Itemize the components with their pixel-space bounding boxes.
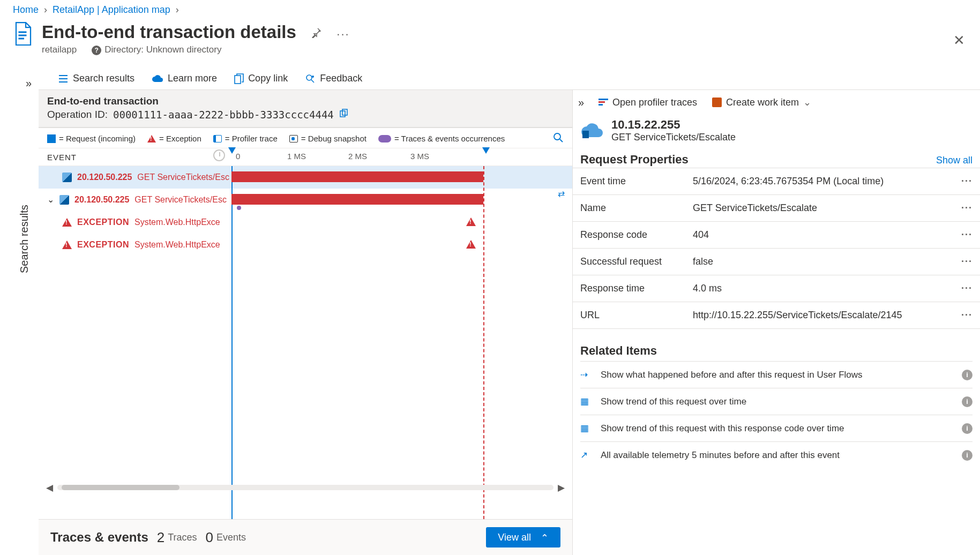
search-results-button[interactable]: Search results <box>58 73 134 84</box>
resource-name: retailapp <box>42 44 77 55</box>
server-icon <box>59 195 69 205</box>
chevron-right-icon: › <box>44 4 47 16</box>
feedback-icon <box>305 73 316 84</box>
close-icon[interactable]: ✕ <box>953 32 965 49</box>
open-profiler-button[interactable]: Open profiler traces <box>599 97 697 108</box>
request-bar <box>231 194 483 205</box>
properties-panel: » Open profiler traces Create work item⌄… <box>573 90 980 555</box>
timeline-title: End-to-end transaction <box>47 95 564 107</box>
svg-rect-9 <box>582 131 589 138</box>
svg-rect-0 <box>19 32 27 33</box>
related-items-list: ⇢Show what happened before and after thi… <box>573 359 980 470</box>
related-item[interactable]: ↗All available telemetry 5 minutes befor… <box>580 441 972 468</box>
learn-more-button[interactable]: Learn more <box>152 73 217 84</box>
horizontal-scrollbar[interactable]: ◀ ▶ <box>46 482 565 493</box>
property-row: Response code404··· <box>573 221 980 248</box>
chart-icon: ▦ <box>580 423 591 434</box>
related-item[interactable]: ▦Show trend of this request with this re… <box>580 415 972 441</box>
scroll-right-icon[interactable]: ▶ <box>558 482 565 493</box>
cloud-server-icon <box>580 121 604 140</box>
flow-icon[interactable]: ⇄ <box>558 189 565 199</box>
timeline-rows: 20.120.50.225GET ServiceTickets/Esc ⌄20.… <box>39 166 572 519</box>
profiler-icon <box>599 99 608 106</box>
row-menu-icon[interactable]: ··· <box>961 202 972 214</box>
legend: = Request (incoming) = Exception = Profi… <box>39 128 572 148</box>
property-row: URLhttp://10.15.22.255/ServiceTickets/Es… <box>573 302 980 328</box>
target-ip: 10.15.22.255 <box>611 118 736 132</box>
event-column-header: EVENT <box>47 153 231 162</box>
page-header: End-to-end transaction details ··· retai… <box>0 18 980 62</box>
property-row: NameGET ServiceTickets/Escalate··· <box>573 194 980 221</box>
request-legend-icon <box>47 134 56 143</box>
svg-point-8 <box>554 133 560 140</box>
scroll-thumb[interactable] <box>62 485 179 490</box>
document-icon <box>13 22 34 47</box>
info-icon[interactable]: i <box>962 370 972 380</box>
flow-icon: ⇢ <box>580 369 591 380</box>
timeline-row-exception[interactable]: EXCEPTIONSystem.Web.HttpExce <box>39 234 572 256</box>
search-icon[interactable] <box>553 132 564 145</box>
view-all-button[interactable]: View all⌄ <box>486 527 560 548</box>
row-menu-icon[interactable]: ··· <box>961 176 972 187</box>
request-properties-title: Request Properties <box>580 153 689 167</box>
property-row: Successful requestfalse··· <box>573 248 980 275</box>
property-row: Event time5/16/2024, 6:23:45.7675354 PM … <box>573 168 980 194</box>
copy-link-button[interactable]: Copy link <box>234 73 288 84</box>
target-op: GET ServiceTickets/Escalate <box>611 132 736 143</box>
breadcrumb: Home › RetailApp | Application map › <box>0 0 980 18</box>
create-work-item-button[interactable]: Create work item⌄ <box>712 96 811 108</box>
toolbar: Search results Learn more Copy link Feed… <box>39 71 980 89</box>
exception-marker <box>466 240 476 249</box>
expand-icon: ↗ <box>580 449 591 461</box>
info-icon[interactable]: i <box>962 396 972 407</box>
info-icon: ? <box>92 46 101 55</box>
chevron-down-icon[interactable]: ⌄ <box>47 194 54 205</box>
related-item[interactable]: ▦Show trend of this request over timei <box>580 388 972 415</box>
traces-count: 2 <box>157 529 164 546</box>
exception-marker <box>466 218 476 226</box>
row-menu-icon[interactable]: ··· <box>961 310 972 321</box>
scroll-left-icon[interactable]: ◀ <box>46 482 53 493</box>
range-end-handle[interactable] <box>482 147 490 154</box>
events-count: 0 <box>206 529 213 546</box>
info-icon[interactable]: i <box>962 423 972 434</box>
timeline-row-exception[interactable]: EXCEPTIONSystem.Web.HttpExce <box>39 211 572 234</box>
pin-icon[interactable] <box>311 30 324 40</box>
show-all-link[interactable]: Show all <box>936 155 972 166</box>
rail-label: Search results <box>18 205 31 273</box>
timeline-axis: EVENT 0 1 MS 2 MS 3 MS <box>39 148 572 166</box>
svg-point-5 <box>312 76 314 78</box>
copy-id-icon[interactable] <box>339 108 349 121</box>
cloud-icon <box>152 74 163 83</box>
list-icon <box>58 74 69 84</box>
row-menu-icon[interactable]: ··· <box>961 283 972 294</box>
chevron-right-icon: › <box>176 4 179 16</box>
range-start-handle[interactable] <box>228 147 236 154</box>
timeline-row-request[interactable]: 20.120.50.225GET ServiceTickets/Esc <box>39 166 572 189</box>
breadcrumb-home[interactable]: Home <box>13 4 39 16</box>
expand-rail-icon[interactable]: » <box>26 77 32 89</box>
info-icon[interactable]: i <box>962 450 972 461</box>
transaction-timeline: End-to-end transaction Operation ID: 000… <box>39 90 573 555</box>
server-icon <box>62 172 72 182</box>
collapse-panel-icon[interactable]: » <box>578 96 584 109</box>
work-item-icon <box>712 98 722 107</box>
feedback-button[interactable]: Feedback <box>305 73 362 84</box>
svg-rect-2 <box>19 38 25 40</box>
request-bar <box>231 171 483 182</box>
snapshot-legend-icon <box>289 135 298 142</box>
exception-icon <box>62 241 72 249</box>
profiler-legend-icon <box>213 135 222 142</box>
chevron-up-icon: ⌄ <box>541 531 549 543</box>
timeline-row-request[interactable]: ⌄20.120.50.225GET ServiceTickets/Esc ⇄ <box>39 189 572 211</box>
breadcrumb-app[interactable]: RetailApp | Application map <box>53 4 170 16</box>
more-icon[interactable]: ··· <box>336 27 349 41</box>
row-menu-icon[interactable]: ··· <box>961 229 972 241</box>
operation-id-label: Operation ID: <box>47 109 108 121</box>
chart-icon: ▦ <box>580 396 591 407</box>
trace-marker <box>237 206 241 210</box>
related-item[interactable]: ⇢Show what happened before and after thi… <box>580 361 972 388</box>
directory-label: Directory: Unknown directory <box>104 44 221 55</box>
property-row: Response time4.0 ms··· <box>573 275 980 302</box>
row-menu-icon[interactable]: ··· <box>961 256 972 267</box>
